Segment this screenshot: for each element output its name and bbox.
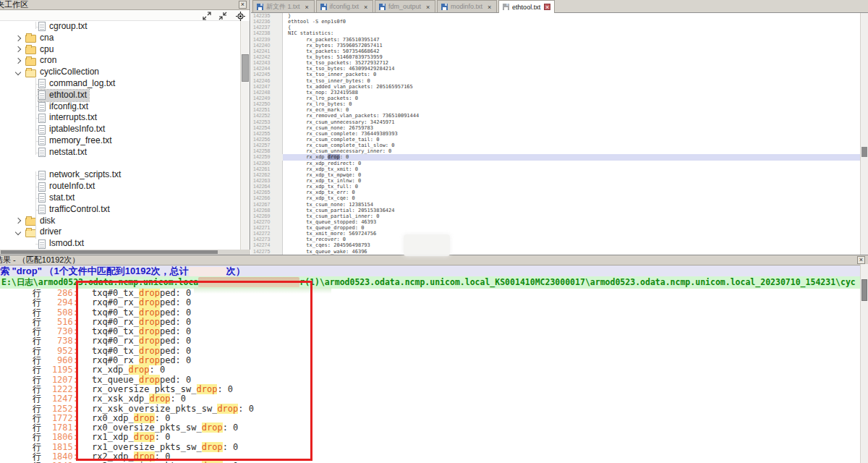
scrollbar-thumb[interactable] [861,147,867,157]
close-icon[interactable]: × [486,4,493,10]
result-row[interactable]: 行 1806: rx1_xdp_drop: 0 [0,433,859,442]
match-highlight: drop [139,326,160,336]
result-row-prefix: 行 [33,365,45,375]
result-row-prefix: 行 [33,433,45,442]
match-highlight: drop [202,422,223,433]
summary-text: 搜索 "drop" （1个文件中匹配到10192次，总计 [0,266,189,276]
close-icon[interactable]: × [857,256,865,264]
result-row[interactable]: 行 1815: rx1_oversize_pkts_sw_drop: 0 [0,443,859,452]
line-text: } [283,13,291,19]
expand-icon[interactable] [203,12,211,20]
tree-horizontal-scrollbar[interactable] [0,250,250,255]
result-line-number: 1781: [45,423,78,433]
chevron-down-icon[interactable] [15,229,21,235]
result-row[interactable]: 行 952: txq#0_tx_dropped: 0 [0,347,859,356]
result-match-text: rx1_xdp_drop: 0 [92,433,170,442]
collapse-icon[interactable] [218,12,227,20]
scrollbar-thumb[interactable] [861,279,867,301]
tree-item[interactable]: cyclicCollection [0,67,240,78]
line-text: rx_csum_complete_tail_slow: 0 [283,143,395,148]
tree-item-label: stat.txt [49,192,75,204]
file-icon [38,125,46,135]
close-icon[interactable]: × [304,4,310,10]
chevron-right-icon[interactable] [15,35,21,41]
match-highlight: drop [139,336,160,346]
result-row[interactable]: 行 1247: rx_xsk_xdp_drop: 0 [0,394,859,404]
chevron-right-icon[interactable] [15,218,21,224]
result-row[interactable]: 行 1207: tx_queue_dropped: 0 [0,375,859,385]
line-text: rx_lro_packets: 0 [283,95,358,101]
result-line-number: 1815: [45,443,78,452]
line-number: 142244 [251,66,283,72]
result-file-path[interactable]: E:\日志\armod0523.odata.ncmp.unicom.locar(… [0,276,868,289]
tree-item-label: iptablesInfo.txt [49,124,105,135]
result-row[interactable]: 行 286: txq#0_tx_dropped: 0 [0,289,859,298]
editor-vertical-scrollbar[interactable] [860,13,868,255]
editor-tab[interactable]: modinfo.txt × [437,0,497,12]
chevron-down-icon[interactable] [15,69,21,75]
tree-item-label: driver [40,226,61,238]
match-highlight: drop [149,394,170,404]
result-row-prefix: 行 [33,298,45,307]
locate-icon[interactable] [236,12,245,21]
close-icon[interactable]: × [239,1,247,9]
scrollbar-thumb[interactable] [1,250,218,254]
file-icon [38,193,46,203]
result-row[interactable]: 行 294: rxq#0_rx_dropped: 0 [0,298,859,307]
tree-item[interactable]: lsmod.txt [0,238,240,250]
tree-item[interactable]: cpu [0,44,240,56]
line-number: 142271 [251,225,283,231]
result-row[interactable]: 行 1772: rx0_xdp_drop: 0 [0,414,859,423]
editor-line: 142272 tx_xmit_more: 569724756 [251,231,860,237]
editor-line: 142267 tx_csum_none: 12385154 [251,202,860,208]
tree-item-label: ethtool.txt [49,90,87,101]
close-icon[interactable]: × [362,4,369,10]
result-row[interactable]: 行 1781: rx0_oversize_pkts_sw_drop: 0 [0,423,859,433]
result-row[interactable]: 行 730: txq#0_tx_dropped: 0 [0,327,859,336]
result-row[interactable]: 行 1222: rx_oversize_pkts_sw_drop: 0 [0,385,859,394]
line-text: rx_xdp_drop: 0 [283,154,349,160]
line-text: tx_xmit_more: 569724756 [283,231,376,237]
tree-item-label: disk [40,216,55,227]
tree-item[interactable]: cna [0,33,240,44]
chevron-right-icon[interactable] [15,46,21,52]
line-text: rx_csum_none: 26759783 [283,125,373,131]
editor-tab[interactable]: ethtool.txt × [498,0,555,13]
result-row[interactable]: 行 508: txq#0_tx_dropped: 0 [0,308,859,318]
editor-tab[interactable]: 新文件 1.txt × [252,0,315,12]
result-row-prefix: 行 [33,347,45,356]
result-row[interactable]: 行 1195: rx_xdp_drop: 0 [0,365,859,375]
file-icon [38,114,46,123]
result-row[interactable]: 行 516: rxq#0_rx_dropped: 0 [0,318,859,327]
result-row[interactable]: 行 1840: rx2_xdp_drop: 0 [0,452,859,462]
scrollbar-thumb[interactable] [242,54,249,82]
match-highlight: drop [197,384,218,394]
editor-tab[interactable]: fdm_output × [375,0,435,12]
result-row-prefix: 行 [33,385,45,394]
line-text: tx_added_vlan_packets: 205165957165 [283,84,413,90]
result-line-number: 730: [45,327,78,336]
editor-tab[interactable]: ifconfig.txt × [316,0,374,12]
line-number: 142243 [251,60,283,66]
tree-item[interactable] [0,158,240,170]
line-number: 142238 [251,30,283,36]
line-number: 142273 [251,237,283,242]
results-vertical-scrollbar[interactable] [860,264,868,463]
editor-line: 142263 rx_xdp_tx_inlnw: 0 [251,178,860,184]
line-number: 142248 [251,90,283,95]
close-icon[interactable]: × [544,4,550,10]
match-highlight: drop [139,307,160,318]
tree-item[interactable]: cron [0,55,240,67]
tree-guide-line [35,22,36,29]
tree-vertical-scrollbar[interactable] [240,21,250,250]
line-text: tx_tso_inner_packets: 0 [283,72,376,77]
result-row[interactable]: 行 1252: rx_xsk_oversize_pkts_sw_drop: 0 [0,404,859,414]
editor-body[interactable]: 142235 } 142236 ethtool -S enp1s0f0 1422… [251,13,860,255]
result-row[interactable]: 行 738: rxq#0_rx_dropped: 0 [0,336,859,346]
close-icon[interactable]: × [425,4,431,10]
match-highlight: drop [217,404,238,414]
chevron-right-icon[interactable] [15,58,21,64]
file-icon [38,102,46,111]
line-text: tx_csum_partial: 205153836424 [283,208,395,213]
result-row[interactable]: 行 960: rxq#0_rx_dropped: 0 [0,356,859,365]
